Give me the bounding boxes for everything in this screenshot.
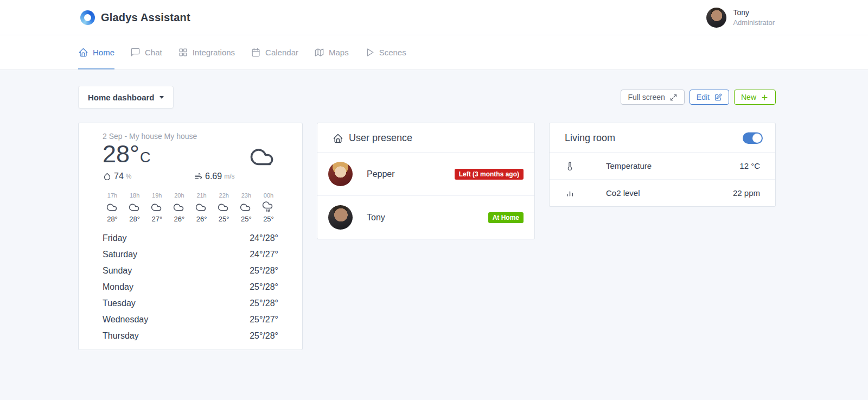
room-title: Living room [565, 132, 615, 144]
hour-label: 23h [237, 192, 256, 199]
cloud-icon [169, 200, 189, 214]
tab-chat[interactable]: Chat [130, 35, 162, 69]
wind-stat: 6.69 m/s [194, 172, 234, 181]
user-presence-title: User presence [349, 132, 412, 144]
hourly-item: 00h 25° [259, 192, 278, 223]
day-label: Monday [103, 282, 133, 292]
device-value: 12 °C [739, 161, 760, 170]
day-temps: 24°/28° [250, 233, 278, 243]
tab-calendar[interactable]: Calendar [251, 35, 298, 69]
room-power-toggle[interactable] [743, 132, 763, 144]
hour-label: 17h [103, 192, 122, 199]
cloud-icon [192, 200, 212, 214]
cloud-icon [147, 200, 167, 214]
cloud-icon [248, 141, 278, 168]
hourly-item: 20h 26° [169, 192, 189, 223]
weather-card-title: 2 Sep - My house My house [103, 132, 278, 141]
dashboard-selector-button[interactable]: Home dashboard [78, 86, 174, 109]
gladys-logo-icon [80, 10, 95, 25]
hour-temp: 27° [147, 215, 167, 223]
weather-current: 28° C [103, 141, 278, 168]
new-label: New [741, 93, 756, 101]
hour-temp: 25° [214, 215, 234, 223]
play-icon [365, 47, 375, 58]
hour-temp: 25° [237, 215, 256, 223]
current-temperature: 28° C [103, 141, 151, 167]
cloud-rain-icon [259, 200, 278, 214]
humidity-value: 74 [114, 172, 124, 181]
tab-maps-label: Maps [329, 48, 349, 57]
wind-unit: m/s [224, 173, 234, 180]
full-screen-label: Full screen [628, 93, 665, 101]
daily-row: Thursday 25°/28° [103, 328, 278, 344]
new-button[interactable]: New [734, 90, 776, 105]
wind-icon [194, 172, 203, 181]
hour-label: 20h [169, 192, 189, 199]
day-temps: 24°/27° [250, 250, 278, 259]
wind-value: 6.69 [205, 172, 222, 181]
cloud-icon [214, 200, 234, 214]
hour-temp: 25° [259, 215, 278, 223]
day-label: Sunday [103, 266, 132, 276]
tab-calendar-label: Calendar [265, 48, 298, 57]
temperature-unit: C [140, 150, 151, 165]
hourly-item: 22h 25° [214, 192, 234, 223]
dashboard-grid: 2 Sep - My house My house 28° C 74 % [78, 123, 776, 350]
home-icon [78, 47, 88, 58]
user-menu[interactable]: Tony Administrator [706, 8, 775, 28]
edit-button[interactable]: Edit [690, 90, 729, 105]
droplet-icon [103, 172, 112, 181]
grid-icon [178, 47, 188, 58]
plus-icon [761, 93, 769, 101]
hour-label: 21h [192, 192, 212, 199]
hour-temp: 26° [169, 215, 189, 223]
humidity-unit: % [126, 173, 132, 180]
tab-chat-label: Chat [145, 48, 162, 57]
full-screen-button[interactable]: Full screen [621, 90, 684, 105]
day-label: Friday [103, 233, 126, 243]
hour-temp: 26° [192, 215, 212, 223]
daily-row: Monday 25°/28° [103, 279, 278, 295]
hour-label: 18h [125, 192, 144, 199]
device-row-co2: Co2 level 22 ppm [550, 180, 775, 206]
avatar [328, 205, 353, 230]
tab-integrations[interactable]: Integrations [178, 35, 235, 69]
day-label: Wednesday [103, 315, 148, 325]
hour-temp: 28° [103, 215, 122, 223]
daily-row: Sunday 25°/28° [103, 263, 278, 279]
presence-user-name: Pepper [367, 169, 395, 179]
user-meta: Tony Administrator [733, 8, 775, 27]
tab-scenes[interactable]: Scenes [365, 35, 406, 69]
brand: Gladys Assistant [80, 10, 190, 25]
user-name: Tony [733, 8, 775, 18]
day-temps: 25°/27° [250, 315, 278, 325]
tab-maps[interactable]: Maps [314, 35, 349, 69]
main-nav: Home Chat Integrations Calendar Maps Sce… [0, 35, 868, 70]
daily-row: Friday 24°/28° [103, 230, 278, 246]
status-badge: At Home [488, 212, 524, 223]
tab-scenes-label: Scenes [379, 48, 406, 57]
living-room-card: Living room Temperature 12 °C Co2 level … [549, 123, 776, 207]
tab-home[interactable]: Home [78, 35, 114, 69]
hourly-item: 17h 28° [103, 192, 122, 223]
day-label: Tuesday [103, 299, 136, 308]
tab-home-label: Home [93, 48, 114, 57]
day-label: Saturday [103, 250, 137, 259]
hour-temp: 28° [125, 215, 144, 223]
day-temps: 25°/28° [250, 282, 278, 292]
app-header: Gladys Assistant Tony Administrator [0, 0, 868, 35]
cloud-icon [237, 200, 256, 214]
dashboard-selector-label: Home dashboard [88, 93, 155, 102]
dashboard-toolbar: Home dashboard Full screen Edit New [78, 86, 776, 109]
calendar-icon [251, 47, 261, 58]
day-label: Thursday [103, 331, 139, 341]
status-badge: Left (3 months ago) [455, 169, 524, 180]
cloud-icon [125, 200, 144, 214]
bar-chart-icon [565, 188, 575, 198]
day-temps: 25°/28° [250, 299, 278, 308]
weather-stats: 74 % 6.69 m/s [103, 172, 278, 181]
presence-user-name: Tony [367, 213, 385, 223]
app-title: Gladys Assistant [101, 11, 190, 24]
daily-row: Tuesday 25°/28° [103, 295, 278, 312]
hour-label: 19h [147, 192, 167, 199]
